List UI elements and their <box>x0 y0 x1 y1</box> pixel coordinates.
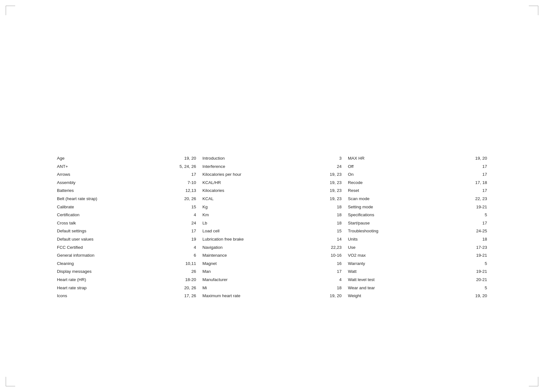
entry-pages: 17-23 <box>468 244 487 251</box>
entry-pages: 17 <box>323 268 342 275</box>
entry-pages: 19-21 <box>468 204 487 211</box>
index-entry: Lubrication free brake14 <box>202 236 342 243</box>
index-entry: Default user values19 <box>57 236 196 243</box>
index-entry: ANT+5, 24, 26 <box>57 163 196 170</box>
entry-pages: 22,23 <box>323 244 342 251</box>
index-column-2: Introduction3Interference24Kilocalories … <box>199 155 345 301</box>
entry-pages: 19 <box>177 236 196 243</box>
index-column-3: MAX HR19, 20Off17On17Recode17, 18Reset17… <box>345 155 490 301</box>
entry-pages: 15 <box>323 228 342 235</box>
entry-term: Cross talk <box>57 220 177 227</box>
index-entry: Calibrate15 <box>57 204 196 211</box>
page-content: Age19, 20ANT+5, 24, 26Arrows17Assembly7-… <box>0 155 544 301</box>
entry-pages: 20, 26 <box>177 195 196 202</box>
entry-pages: 5 <box>468 211 487 218</box>
entry-pages: 19, 23 <box>323 195 342 202</box>
entry-pages: 15 <box>177 204 196 211</box>
entry-pages: 5 <box>468 285 487 291</box>
index-entry: Default settings17 <box>57 228 196 235</box>
entry-pages: 24 <box>177 220 196 227</box>
index-entry: KCAL/HR19, 23 <box>202 179 342 186</box>
entry-term: ANT+ <box>57 163 177 170</box>
index-entry: VO2 max19-21 <box>348 252 487 259</box>
index-entry: Mi18 <box>202 285 342 291</box>
entry-term: Maintenance <box>202 252 323 259</box>
entry-pages: 6 <box>177 252 196 259</box>
entry-pages: 19, 20 <box>177 155 196 162</box>
index-entry: Specifications5 <box>348 211 487 218</box>
index-entry: Weight19, 20 <box>348 292 487 299</box>
entry-term: Heart rate strap <box>57 285 177 291</box>
entry-term: Watt <box>348 268 468 275</box>
index-entry: Troubleshooting24-25 <box>348 228 487 235</box>
index-entry: Warranty5 <box>348 260 487 267</box>
index-entry: Manufacturer4 <box>202 276 342 283</box>
corner-mark-tl <box>6 6 15 15</box>
entry-term: Batteries <box>57 187 177 194</box>
entry-term: KCAL/HR <box>202 179 323 186</box>
entry-term: General information <box>57 252 177 259</box>
index-entry: On17 <box>348 171 487 178</box>
entry-term: Troubleshooting <box>348 228 468 235</box>
entry-pages: 17 <box>468 163 487 170</box>
entry-pages: 22, 23 <box>468 195 487 202</box>
entry-pages: 17 <box>468 220 487 227</box>
entry-term: Off <box>348 163 468 170</box>
entry-term: Reset <box>348 187 468 194</box>
entry-term: Default settings <box>57 228 177 235</box>
index-entry: Interference24 <box>202 163 342 170</box>
entry-term: Lb <box>202 220 323 227</box>
entry-term: Interference <box>202 163 323 170</box>
index-entry: General information6 <box>57 252 196 259</box>
index-entry: Heart rate strap20, 26 <box>57 285 196 291</box>
entry-term: Certification <box>57 211 177 218</box>
index-entry: Maintenance10-16 <box>202 252 342 259</box>
entry-pages: 17, 26 <box>177 292 196 299</box>
index-entry: FCC Certified4 <box>57 244 196 251</box>
corner-mark-br <box>529 377 538 386</box>
entry-term: Kilocalories per hour <box>202 171 323 178</box>
entry-term: Belt (heart rate strap) <box>57 195 177 202</box>
entry-pages: 19, 20 <box>468 292 487 299</box>
entry-term: Navigation <box>202 244 323 251</box>
entry-pages: 24 <box>323 163 342 170</box>
index-entry: Scan mode22, 23 <box>348 195 487 202</box>
index-entry: Start/pause17 <box>348 220 487 227</box>
entry-term: Wear and tear <box>348 285 468 291</box>
entry-pages: 18 <box>323 220 342 227</box>
entry-term: VO2 max <box>348 252 468 259</box>
index-entry: Belt (heart rate strap)20, 26 <box>57 195 196 202</box>
corner-mark-bl <box>6 377 15 386</box>
entry-pages: 18 <box>323 285 342 291</box>
entry-pages: 10-16 <box>323 252 342 259</box>
entry-pages: 18 <box>323 211 342 218</box>
index-entry: Cleaning10,11 <box>57 260 196 267</box>
entry-pages: 19-21 <box>468 268 487 275</box>
index-entry: Magnet16 <box>202 260 342 267</box>
entry-term: Introduction <box>202 155 323 162</box>
entry-term: Heart rate (HR) <box>57 276 177 283</box>
entry-term: On <box>348 171 468 178</box>
entry-term: Start/pause <box>348 220 468 227</box>
entry-term: Calibrate <box>57 204 177 211</box>
entry-term: Load cell <box>202 228 323 235</box>
entry-term: Assembly <box>57 179 177 186</box>
entry-pages: 17, 18 <box>468 179 487 186</box>
index-entry: Kilocalories per hour19, 23 <box>202 171 342 178</box>
entry-term: Age <box>57 155 177 162</box>
index-entry: Kilocalories19, 23 <box>202 187 342 194</box>
entry-pages: 3 <box>323 155 342 162</box>
entry-term: Kg <box>202 204 323 211</box>
entry-term: Arrows <box>57 171 177 178</box>
entry-pages: 14 <box>323 236 342 243</box>
index-entry: Age19, 20 <box>57 155 196 162</box>
index-entry: Reset17 <box>348 187 487 194</box>
entry-pages: 19, 23 <box>323 179 342 186</box>
entry-term: Warranty <box>348 260 468 267</box>
entry-term: Units <box>348 236 468 243</box>
index-entry: KCAL19, 23 <box>202 195 342 202</box>
index-entry: Recode17, 18 <box>348 179 487 186</box>
index-entry: Load cell15 <box>202 228 342 235</box>
index-entry: Certification4 <box>57 211 196 218</box>
entry-term: Specifications <box>348 211 468 218</box>
